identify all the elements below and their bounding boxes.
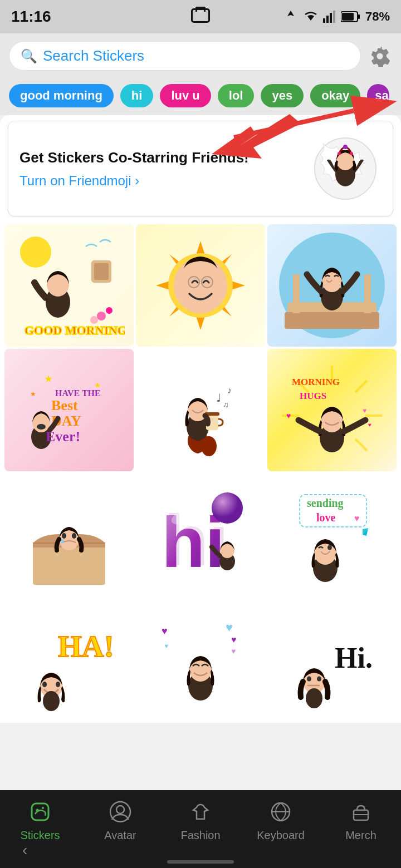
- svg-point-14: [343, 145, 348, 149]
- svg-rect-3: [330, 13, 332, 23]
- promo-banner[interactable]: Get Stickers Co-Starring Friends! Turn o…: [8, 121, 393, 216]
- svg-text:♥: ♥: [231, 647, 236, 655]
- svg-rect-1: [323, 18, 325, 23]
- svg-rect-2: [326, 16, 329, 23]
- svg-point-23: [97, 312, 106, 320]
- svg-point-48: [37, 424, 46, 430]
- sticker-hi-period[interactable]: Hi.: [267, 598, 397, 721]
- search-input-wrapper[interactable]: 🔍 Search Stickers: [9, 41, 361, 71]
- merch-icon: [347, 798, 375, 826]
- sticker-good-morning[interactable]: GOOD MORNING: [4, 224, 134, 347]
- svg-text:♥: ♥: [354, 514, 360, 523]
- sticker-grid: GOOD MORNING: [0, 222, 401, 723]
- svg-marker-30: [231, 281, 245, 290]
- tag-okay[interactable]: okay: [310, 84, 360, 107]
- signal-icon: [323, 11, 336, 23]
- svg-text:HUGS: HUGS: [300, 391, 326, 401]
- svg-rect-4: [333, 11, 335, 23]
- main-content: Get Stickers Co-Starring Friends! Turn o…: [0, 115, 401, 723]
- svg-text:♫: ♫: [223, 400, 229, 409]
- svg-point-16: [350, 152, 353, 155]
- svg-text:love: love: [316, 511, 336, 524]
- status-time: 11:16: [11, 8, 51, 26]
- sticker-box[interactable]: [4, 474, 134, 596]
- svg-marker-29: [156, 281, 170, 290]
- wifi-icon: [303, 11, 319, 23]
- svg-point-119: [306, 688, 322, 708]
- nav-avatar[interactable]: Avatar: [80, 798, 160, 842]
- friendmoji-link[interactable]: Turn on Friendmoji ›: [19, 173, 309, 189]
- tag-yes[interactable]: yes: [261, 84, 304, 107]
- promo-title: Get Stickers Co-Starring Friends!: [19, 149, 309, 167]
- back-button[interactable]: ‹: [22, 841, 27, 859]
- svg-point-90: [212, 492, 243, 524]
- sticker-sun[interactable]: [136, 224, 265, 347]
- svg-point-84: [62, 533, 66, 539]
- nav-merch[interactable]: Merch: [321, 798, 401, 842]
- status-icons: 78%: [283, 9, 390, 24]
- sticker-ha[interactable]: HA!: [4, 598, 134, 721]
- svg-text:Best: Best: [51, 397, 78, 413]
- sticker-hi[interactable]: hi hi: [136, 474, 265, 596]
- nav-fashion[interactable]: Fashion: [160, 798, 241, 842]
- home-indicator: [167, 860, 234, 864]
- tag-luv-u[interactable]: luv u: [160, 84, 211, 107]
- svg-marker-28: [196, 316, 205, 330]
- battery-percentage: 78%: [365, 9, 390, 24]
- svg-point-117: [317, 677, 321, 682]
- svg-point-105: [56, 682, 60, 687]
- svg-text:♥: ♥: [164, 642, 168, 650]
- avatar-label: Avatar: [104, 829, 136, 842]
- svg-text:♥: ♥: [368, 422, 371, 428]
- svg-rect-41: [285, 312, 379, 329]
- avatar-icon: [106, 798, 134, 826]
- camera-icon: [191, 8, 210, 23]
- promo-avatar: [309, 132, 382, 205]
- tag-lol[interactable]: lol: [218, 84, 255, 107]
- svg-point-123: [110, 802, 130, 822]
- svg-text:♥: ♥: [363, 407, 366, 415]
- chevron-icon: ›: [135, 173, 139, 188]
- svg-text:HA!: HA!: [58, 629, 114, 663]
- svg-rect-43: [364, 274, 371, 313]
- nav-keyboard[interactable]: Keyboard: [241, 798, 321, 842]
- sticker-bed[interactable]: [267, 224, 397, 347]
- sticker-morning-hugs[interactable]: MORNING HUGS ♥ ♥ ♥: [267, 349, 397, 471]
- svg-text:Hi.: Hi.: [335, 642, 373, 674]
- stickers-label: Stickers: [20, 829, 60, 842]
- svg-text:♥: ♥: [162, 625, 168, 637]
- svg-line-68: [355, 439, 367, 451]
- svg-point-85: [72, 533, 76, 539]
- svg-point-121: [36, 809, 39, 812]
- search-bar-container: 🔍 Search Stickers: [0, 33, 401, 78]
- svg-point-124: [116, 806, 124, 813]
- gear-icon: [369, 46, 390, 67]
- stickers-icon: [26, 798, 54, 826]
- svg-text:♥: ♥: [226, 620, 233, 634]
- tag-good-morning[interactable]: good morning: [9, 84, 114, 107]
- battery-icon: [341, 11, 361, 23]
- svg-line-66: [355, 381, 367, 392]
- tag-partial[interactable]: sa: [367, 84, 389, 107]
- svg-text:GOOD MORNING: GOOD MORNING: [25, 323, 125, 337]
- svg-point-86: [61, 539, 64, 544]
- sticker-best-day[interactable]: ★ ★ ★ HAVE THE Best DAY Ever!: [4, 349, 134, 471]
- svg-text:★: ★: [30, 390, 36, 398]
- sticker-coffee[interactable]: ♩ ♪ ♫: [136, 349, 265, 471]
- svg-point-15: [338, 152, 341, 155]
- settings-button[interactable]: [368, 44, 392, 68]
- search-input[interactable]: Search Stickers: [43, 47, 144, 65]
- svg-point-116: [307, 677, 311, 682]
- svg-rect-22: [94, 263, 109, 280]
- svg-text:♪: ♪: [227, 386, 232, 395]
- tag-hi[interactable]: hi: [120, 84, 154, 107]
- nav-stickers[interactable]: Stickers: [0, 798, 80, 842]
- sticker-sending-love[interactable]: sending love ♥: [267, 474, 397, 596]
- svg-point-101: [327, 545, 332, 550]
- svg-point-122: [42, 807, 44, 809]
- svg-rect-120: [32, 803, 48, 820]
- svg-rect-42: [293, 274, 300, 313]
- svg-text:★: ★: [44, 373, 53, 384]
- fashion-icon: [187, 798, 214, 826]
- sticker-hearts[interactable]: ♥ ♥ ♥ ♥ ♥: [136, 598, 265, 721]
